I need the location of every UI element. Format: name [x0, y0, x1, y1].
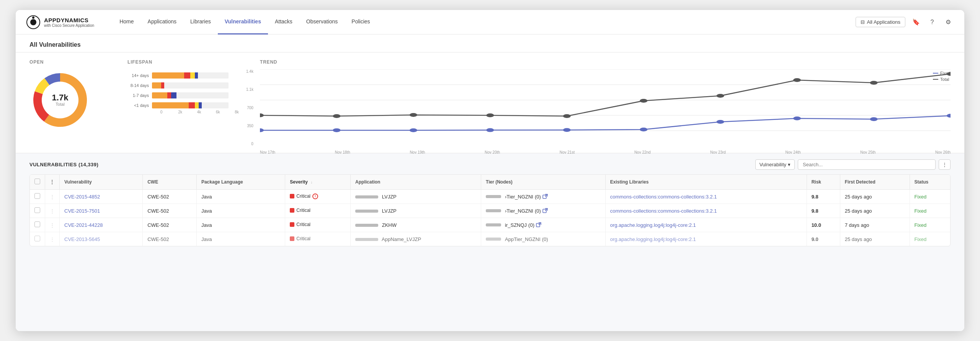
- td-checkbox[interactable]: [30, 190, 45, 204]
- trend-svg: [260, 69, 951, 146]
- td-risk: 10.0: [807, 218, 840, 232]
- svg-point-25: [410, 128, 417, 132]
- x-label-nov21: Nov 21st: [560, 150, 575, 154]
- bar-seg-orange: [152, 92, 167, 98]
- th-status-label: Status: [915, 179, 929, 185]
- library-link[interactable]: commons-collections:commons-collections:…: [610, 194, 717, 200]
- th-vulnerability[interactable]: Vulnerability: [60, 175, 143, 190]
- bar-label-1-7: 1-7 days: [127, 93, 149, 98]
- svg-point-28: [640, 128, 647, 131]
- select-all-checkbox[interactable]: [34, 179, 40, 184]
- row-checkbox[interactable]: [34, 221, 40, 227]
- nav-libraries[interactable]: Libraries: [183, 10, 218, 34]
- svg-point-30: [793, 116, 801, 120]
- help-icon[interactable]: ?: [927, 17, 938, 28]
- td-risk: 9.0: [807, 232, 840, 246]
- library-link[interactable]: org.apache.logging.log4j:log4j-core:2.1: [610, 236, 696, 242]
- x-tick-8k: 8k: [227, 110, 246, 114]
- bar-label-lt1: <1 days: [127, 103, 149, 108]
- th-drag: ⋮: [45, 175, 60, 190]
- td-vulnerability: CVE-2013-5645: [60, 232, 143, 246]
- row-checkbox[interactable]: [34, 207, 40, 213]
- td-checkbox[interactable]: [30, 204, 45, 218]
- vuln-controls: Vulnerability ▾ ⋮: [755, 159, 951, 170]
- th-existing-libraries[interactable]: Existing Libraries: [605, 175, 807, 190]
- td-drag: ⋮: [45, 218, 60, 232]
- td-vulnerability: CVE-2015-7501: [60, 204, 143, 218]
- vuln-link[interactable]: CVE-2021-44228: [64, 222, 103, 228]
- td-severity: Critical !: [285, 190, 351, 204]
- td-cwe: CWE-502: [143, 204, 197, 218]
- filter-label: All Applications: [867, 19, 900, 25]
- all-applications-filter[interactable]: ⊟ All Applications: [856, 17, 905, 27]
- column-picker[interactable]: ⋮: [939, 159, 951, 170]
- sort-icon-severity: ↓: [310, 180, 312, 184]
- th-severity[interactable]: Severity ↓: [285, 175, 351, 190]
- td-checkbox[interactable]: [30, 232, 45, 246]
- th-risk[interactable]: Risk: [807, 175, 840, 190]
- th-checkbox[interactable]: [30, 175, 45, 190]
- bookmark-icon[interactable]: 🔖: [911, 17, 921, 28]
- nav-home[interactable]: Home: [113, 10, 140, 34]
- open-panel: OPEN 1.7k Total: [29, 59, 114, 131]
- donut-center: 1.7k Total: [52, 93, 69, 107]
- app-name: LVJZP: [382, 194, 397, 200]
- th-first-detected[interactable]: First Detected: [840, 175, 910, 190]
- td-risk: 9.8: [807, 190, 840, 204]
- th-package-language[interactable]: Package Language: [196, 175, 285, 190]
- x-label-nov20: Nov 20th: [485, 150, 500, 154]
- vuln-title: VULNERABILITIES (14,339): [29, 162, 98, 167]
- bar-track-14plus: [152, 72, 229, 79]
- status-badge: Fixed: [915, 194, 927, 200]
- severity-badge: Critical !: [290, 193, 318, 199]
- risk-value: 9.8: [812, 208, 818, 214]
- table-row: ⋮ CVE-2015-4852 CWE-502 Java Critical !: [30, 190, 950, 204]
- td-tier: ir_SZNQJ (0): [481, 218, 606, 232]
- nodes-count: (0): [542, 236, 548, 242]
- nav-attacks[interactable]: Attacks: [268, 10, 299, 34]
- nav-applications[interactable]: Applications: [141, 10, 184, 34]
- vulnerability-filter-dropdown[interactable]: Vulnerability ▾: [755, 159, 795, 170]
- row-checkbox[interactable]: [34, 236, 40, 241]
- th-application[interactable]: Application: [351, 175, 481, 190]
- td-status: Fixed: [910, 232, 950, 246]
- td-drag: ⋮: [45, 232, 60, 246]
- bar-seg-red: [161, 82, 164, 89]
- vuln-link[interactable]: CVE-2015-4852: [64, 194, 100, 200]
- library-link[interactable]: commons-collections:commons-collections:…: [610, 208, 717, 214]
- external-link-icon[interactable]: [542, 208, 548, 213]
- th-tier[interactable]: Tier (Nodes): [481, 175, 606, 190]
- external-link-icon[interactable]: [536, 222, 541, 228]
- td-drag: ⋮: [45, 190, 60, 204]
- td-status: Fixed: [910, 218, 950, 232]
- row-checkbox[interactable]: [34, 193, 40, 199]
- th-status[interactable]: Status: [910, 175, 950, 190]
- tier-name: ›Tier_NGZNI: [505, 208, 533, 214]
- svg-point-15: [410, 113, 417, 117]
- svg-point-18: [640, 99, 647, 103]
- svg-point-1: [30, 19, 36, 25]
- trend-chart-area: 1.4k 1.1k 700 350 0 Nov 17th Nov 18th No…: [260, 69, 951, 146]
- x-tick-6k: 6k: [209, 110, 227, 114]
- vuln-link[interactable]: CVE-2013-5645: [64, 236, 100, 242]
- app-bar: [355, 195, 378, 198]
- table-row: ⋮ CVE-2013-5645 CWE-502 Java Critical: [30, 232, 950, 246]
- x-label-nov19: Nov 19th: [410, 150, 425, 154]
- main-content: All Vulnerabilities OPEN 1.7k: [16, 34, 964, 331]
- search-input[interactable]: [798, 159, 936, 170]
- td-checkbox[interactable]: [30, 218, 45, 232]
- library-link[interactable]: org.apache.logging.log4j:log4j-core:2.1: [610, 222, 696, 228]
- nav-policies[interactable]: Policies: [345, 10, 377, 34]
- vuln-link[interactable]: CVE-2015-7501: [64, 208, 100, 214]
- table-row: ⋮ CVE-2021-44228 CWE-502 Java Critical: [30, 218, 950, 232]
- nav-observations[interactable]: Observations: [299, 10, 345, 34]
- lifespan-x-axis: 0 2k 4k 6k 8k: [152, 110, 246, 114]
- settings-icon[interactable]: ⚙: [943, 17, 954, 28]
- logo-subtitle: with Cisco Secure Application: [44, 23, 94, 28]
- trend-x-labels: Nov 17th Nov 18th Nov 19th Nov 20th Nov …: [260, 150, 951, 154]
- x-tick-0: 0: [152, 110, 171, 114]
- external-link-icon[interactable]: [542, 194, 548, 199]
- svg-point-27: [563, 128, 571, 132]
- nav-vulnerabilities[interactable]: Vulnerabilities: [218, 10, 268, 34]
- th-cwe[interactable]: CWE: [143, 175, 197, 190]
